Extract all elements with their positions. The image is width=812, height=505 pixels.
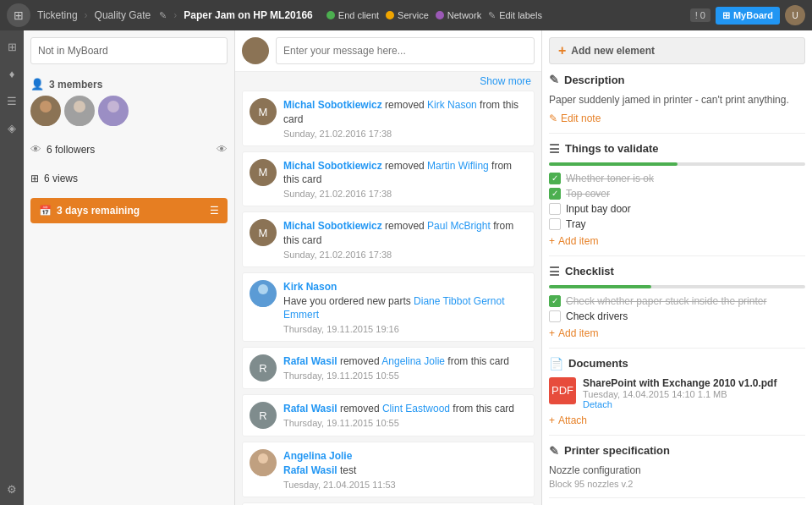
feed-target[interactable]: Angelina Jolie — [381, 355, 445, 367]
feed-author[interactable]: Kirk Nason — [283, 281, 337, 293]
detach-button[interactable]: Detach — [583, 399, 805, 409]
thing-checkbox[interactable] — [549, 203, 561, 215]
nav-icon-2[interactable]: ♦ — [3, 64, 21, 83]
checklist-checkbox[interactable] — [549, 310, 561, 322]
left-panel: Not in MyBoard 👤 3 members 👁 — [24, 30, 235, 505]
feed-content: Rafal Wasil removed Angelina Jolie from … — [283, 354, 527, 381]
feed-target[interactable]: Paul McBright — [427, 220, 491, 232]
tag-list: End client Service Network ✎ Edit labels — [326, 10, 687, 21]
feed-content: Michal Sobotkiewicz removed Martin Wifli… — [283, 159, 527, 200]
settings-icon[interactable]: ⚙ — [3, 480, 21, 498]
ticketing-nav[interactable]: Ticketing — [34, 9, 81, 21]
feed-sub-author[interactable]: Rafal Wasil — [283, 464, 337, 476]
nav-icon-1[interactable]: ⊞ — [3, 37, 21, 56]
checklist-item: Check drivers — [549, 310, 805, 322]
doc-meta: Tuesday, 14.04.2015 14:10 1.1 MB — [583, 389, 805, 399]
thing-checkbox[interactable]: ✓ — [549, 188, 561, 200]
member-avatar-2[interactable] — [64, 96, 95, 126]
feed-author[interactable]: Rafal Wasil — [283, 355, 337, 367]
feed-time: Thursday, 19.11.2015 10:55 — [283, 371, 527, 381]
feed-avatar: M — [250, 98, 277, 125]
followers-label: 6 followers — [47, 144, 95, 156]
feed-time: Sunday, 21.02.2016 17:38 — [283, 189, 527, 199]
documents-title: 📄 Documents — [549, 357, 805, 371]
thing-item: ✓ Whether toner is ok — [549, 173, 805, 184]
days-remaining-badge[interactable]: 📅 3 days remaining ☰ — [30, 198, 228, 223]
member-avatar-1[interactable] — [30, 96, 61, 126]
description-title: ✎ Description — [549, 73, 805, 86]
svg-point-1 — [35, 113, 57, 126]
feed-avatar: R — [250, 402, 277, 429]
user-avatar[interactable]: U — [785, 5, 805, 25]
attach-button[interactable]: + Attach — [549, 414, 805, 426]
edit-board-icon[interactable]: ✎ — [159, 10, 167, 21]
feed-item: M Michal Sobotkiewicz removed Martin Wif… — [242, 151, 535, 207]
things-to-validate-section: ☰ Things to validate ✓ Whether toner is … — [549, 142, 805, 256]
app-icon[interactable]: ⊞ — [7, 3, 30, 27]
thing-checkbox[interactable]: ✓ — [549, 173, 561, 184]
checklist-checkbox[interactable]: ✓ — [549, 295, 561, 307]
feed-item: Angelina Jolie Rafal Wasil test Tuesday,… — [242, 442, 535, 497]
feed-item: Kirk Nason Have you ordered new parts Di… — [242, 272, 535, 342]
feed-author[interactable]: Angelina Jolie — [283, 450, 352, 462]
show-more-link[interactable]: Show more — [480, 75, 531, 87]
feed-author[interactable]: Michal Sobotkiewicz — [283, 220, 382, 232]
doc-info: SharePoint with Exchange 2010 v1.0.pdf T… — [583, 377, 805, 409]
tag-end-client[interactable]: End client — [326, 10, 379, 20]
feed-avatar — [250, 449, 277, 476]
svg-point-7 — [254, 295, 272, 307]
myboard-button[interactable]: ⊞ MyBoard — [716, 7, 780, 25]
views-label: 6 views — [44, 173, 78, 184]
feed-target[interactable]: Clint Eastwood — [382, 403, 450, 414]
things-title: ☰ Things to validate — [549, 142, 805, 156]
alert-box[interactable]: ! 0 — [690, 8, 710, 22]
feed-time: Thursday, 19.11.2015 19:16 — [283, 324, 527, 334]
feed-mention-1[interactable]: Diane Tibbot — [414, 295, 470, 307]
plus-icon: + — [549, 235, 555, 247]
icon-bar: ⊞ ♦ ☰ ◈ ⚙ — [0, 30, 24, 505]
feed-time: Sunday, 21.02.2016 17:38 — [283, 129, 527, 139]
thing-label: Input bay door — [566, 203, 631, 215]
edit-labels-btn[interactable]: ✎ Edit labels — [488, 10, 542, 21]
feed-avatar — [250, 280, 277, 307]
checklist-section: ☰ Checklist ✓ Check whether paper stuck … — [549, 265, 805, 349]
members-section: 👤 3 members — [30, 74, 228, 129]
followers-action-icon[interactable]: 👁 — [217, 143, 228, 156]
nav-icon-4[interactable]: ◈ — [3, 118, 21, 137]
end-client-dot — [326, 11, 335, 19]
thing-checkbox[interactable] — [549, 218, 561, 230]
feed-author[interactable]: Michal Sobotkiewicz — [283, 160, 382, 172]
members-icon: 👤 — [30, 78, 44, 91]
feed-target[interactable]: Martin Wifling — [427, 160, 489, 172]
feed-avatar: M — [250, 219, 277, 246]
member-avatar-3[interactable] — [98, 96, 129, 126]
svg-point-9 — [254, 464, 272, 476]
add-thing-button[interactable]: + Add item — [549, 235, 805, 247]
tag-service[interactable]: Service — [386, 10, 429, 20]
thing-label: Tray — [566, 218, 586, 230]
doc-name: SharePoint with Exchange 2010 v1.0.pdf — [583, 377, 805, 389]
documents-section: 📄 Documents PDF SharePoint with Exchange… — [549, 357, 805, 436]
checklist-progress-fill — [549, 285, 651, 288]
quality-gate-nav[interactable]: Quality Gate — [91, 9, 155, 21]
feed-target[interactable]: Kirk Nason — [427, 99, 477, 111]
add-new-element-button[interactable]: + Add new element — [549, 37, 805, 64]
tag-network[interactable]: Network — [436, 10, 481, 20]
feed-list: M Michal Sobotkiewicz removed Kirk Nason… — [235, 91, 541, 505]
feed-time: Sunday, 21.02.2016 17:38 — [283, 250, 527, 260]
nav-icon-3[interactable]: ☰ — [3, 91, 21, 110]
thing-item: Input bay door — [549, 203, 805, 215]
feed-item: R Rafal Wasil removed Angelina Jolie fro… — [242, 347, 535, 389]
feed-content: Angelina Jolie Rafal Wasil test Tuesday,… — [283, 449, 527, 490]
message-input[interactable] — [276, 37, 535, 64]
feed-author[interactable]: Rafal Wasil — [283, 403, 337, 414]
days-remaining-label: 3 days remaining — [57, 205, 140, 217]
feed-content: Michal Sobotkiewicz removed Kirk Nason f… — [283, 98, 527, 139]
plus-icon: + — [549, 327, 555, 339]
description-text: Paper suddenly jamed in printer - can't … — [549, 93, 805, 107]
add-checklist-item-button[interactable]: + Add item — [549, 327, 805, 339]
feed-author[interactable]: Michal Sobotkiewicz — [283, 99, 382, 111]
eye-icon: 👁 — [30, 143, 41, 156]
feed-avatar: M — [250, 159, 277, 186]
edit-note-button[interactable]: ✎ Edit note — [549, 113, 805, 124]
